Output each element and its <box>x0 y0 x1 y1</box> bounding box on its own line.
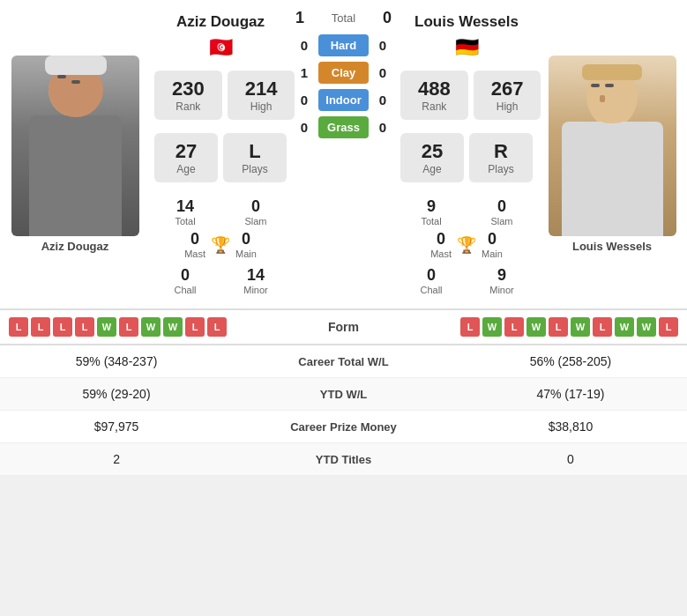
left-high-block: 214 High <box>228 71 295 120</box>
stats-table: 59% (348-237) Career Total W/L 56% (258-… <box>0 345 687 476</box>
right-high-label: High <box>491 100 524 113</box>
stats-left-val-1: 59% (29-20) <box>13 387 220 401</box>
right-chall: 0 Chall <box>400 266 462 295</box>
left-plays-block: L Plays <box>223 133 287 182</box>
hard-row: 0 Hard 0 <box>295 34 392 56</box>
left-rank-label: Rank <box>172 100 205 113</box>
stats-row-3: 2 YTD Titles 0 <box>0 443 687 476</box>
total-row: 1 Total 0 <box>295 9 392 27</box>
right-age-value: 25 <box>418 140 446 163</box>
form-badge-left-0: L <box>9 317 28 337</box>
grass-left: 0 <box>295 120 313 135</box>
right-trophy-row: 0 Mast 🏆 0 Main <box>400 230 533 259</box>
player-name-right: Louis Wessels <box>414 13 519 31</box>
main-container: Aziz Dougaz Aziz Dougaz 🇹🇳 230 Rank 214 … <box>0 0 687 476</box>
stats-center-label-3: YTD Titles <box>220 453 467 466</box>
right-main: 0 Main <box>482 230 503 259</box>
form-badge-right-3: W <box>526 317 546 337</box>
stats-right-val-1: 47% (17-19) <box>467 387 674 401</box>
trophy-icon-left: 🏆 <box>211 235 230 255</box>
left-plays-value: L <box>241 140 269 163</box>
right-rank-value: 488 <box>418 78 451 100</box>
stats-right-val-3: 0 <box>467 452 674 466</box>
right-total: 9 Total <box>400 197 462 226</box>
right-rank-label: Rank <box>418 100 451 113</box>
stats-row-0: 59% (348-237) Career Total W/L 56% (258-… <box>0 345 687 378</box>
grass-right: 0 <box>374 120 392 135</box>
center-stats: 1 Total 0 0 Hard 0 1 Clay 0 0 Indoor <box>291 9 396 300</box>
stats-row-1: 59% (29-20) YTD W/L 47% (17-19) <box>0 378 687 411</box>
stats-left-val-3: 2 <box>13 452 220 466</box>
stats-center-label-1: YTD W/L <box>220 388 467 401</box>
form-badge-right-9: L <box>659 317 678 337</box>
left-rank-block: 230 Rank <box>154 71 222 120</box>
right-rank-block: 488 Rank <box>400 71 468 120</box>
clay-right: 0 <box>374 65 392 80</box>
grass-row: 0 Grass 0 <box>295 116 392 138</box>
right-plays-label: Plays <box>487 163 515 175</box>
hard-left: 0 <box>295 38 313 53</box>
right-high-value: 267 <box>491 78 524 100</box>
form-badge-right-5: W <box>571 317 590 337</box>
clay-row: 1 Clay 0 <box>295 62 392 84</box>
player-info-left: Aziz Dougaz 🇹🇳 230 Rank 214 High 27 Age <box>150 9 291 300</box>
player-image-left <box>11 56 139 236</box>
form-badge-right-0: L <box>460 317 480 337</box>
stats-right-val-0: 56% (258-205) <box>467 354 674 368</box>
indoor-right: 0 <box>374 93 392 108</box>
right-age-label: Age <box>418 163 446 175</box>
stats-left-val-0: 59% (348-237) <box>13 354 220 368</box>
total-label: Total <box>332 11 355 25</box>
left-stats-grid-2: 0 Chall 14 Minor <box>154 266 287 295</box>
indoor-row: 0 Indoor 0 <box>295 89 392 111</box>
left-mast: 0 Mast <box>184 230 205 259</box>
form-badge-right-1: W <box>482 317 502 337</box>
indoor-button[interactable]: Indoor <box>318 89 369 111</box>
form-badge-left-5: L <box>119 317 138 337</box>
total-right: 0 <box>383 9 392 27</box>
right-plays-value: R <box>487 140 515 163</box>
form-badge-left-1: L <box>31 317 50 337</box>
form-badge-right-2: L <box>504 317 524 337</box>
player-flag-left: 🇹🇳 <box>209 36 233 59</box>
player-flag-right: 🇩🇪 <box>455 36 479 59</box>
right-age-block: 25 Age <box>400 133 464 182</box>
left-minor: 14 Minor <box>225 266 287 295</box>
left-age-label: Age <box>172 163 200 175</box>
player-name-below-left: Aziz Dougaz <box>41 240 109 253</box>
right-slam: 0 Slam <box>471 197 533 226</box>
left-slam: 0 Slam <box>225 197 287 226</box>
left-age-value: 27 <box>172 140 200 163</box>
player-photo-left: Aziz Dougaz <box>0 9 150 300</box>
player-name-left: Aziz Dougaz <box>176 13 265 31</box>
form-badges-left: LLLLWLWWLL <box>9 317 227 337</box>
left-chall: 0 Chall <box>154 266 216 295</box>
stats-center-label-0: Career Total W/L <box>220 355 467 368</box>
left-high-value: 214 <box>245 78 278 100</box>
hard-button[interactable]: Hard <box>318 34 369 56</box>
top-section: Aziz Dougaz Aziz Dougaz 🇹🇳 230 Rank 214 … <box>0 0 687 308</box>
left-trophy-row: 0 Mast 🏆 0 Main <box>154 230 287 259</box>
left-rank-value: 230 <box>172 78 205 100</box>
grass-button[interactable]: Grass <box>318 116 369 138</box>
form-badge-left-8: L <box>185 317 205 337</box>
indoor-left: 0 <box>295 93 313 108</box>
right-stats-grid-2: 0 Chall 9 Minor <box>400 266 533 295</box>
form-badge-left-3: L <box>75 317 94 337</box>
left-main: 0 Main <box>235 230 257 259</box>
right-minor: 9 Minor <box>471 266 533 295</box>
form-badge-left-7: W <box>163 317 183 337</box>
stats-left-val-2: $97,975 <box>13 419 220 434</box>
form-badges-right: LWLWLWLWWL <box>460 317 678 337</box>
player-photo-right: Louis Wessels <box>537 9 687 300</box>
left-age-block: 27 Age <box>154 133 218 182</box>
clay-button[interactable]: Clay <box>318 62 369 84</box>
right-mast: 0 Mast <box>430 230 452 259</box>
clay-left: 1 <box>295 65 313 80</box>
hard-right: 0 <box>374 38 392 53</box>
player-image-right <box>549 56 676 236</box>
form-section: LLLLWLWWLL Form LWLWLWLWWL <box>0 309 687 344</box>
right-stats-grid: 9 Total 0 Slam <box>400 197 533 226</box>
total-left: 1 <box>295 9 304 27</box>
surface-buttons: 0 Hard 0 1 Clay 0 0 Indoor 0 0 Grass <box>295 34 392 138</box>
